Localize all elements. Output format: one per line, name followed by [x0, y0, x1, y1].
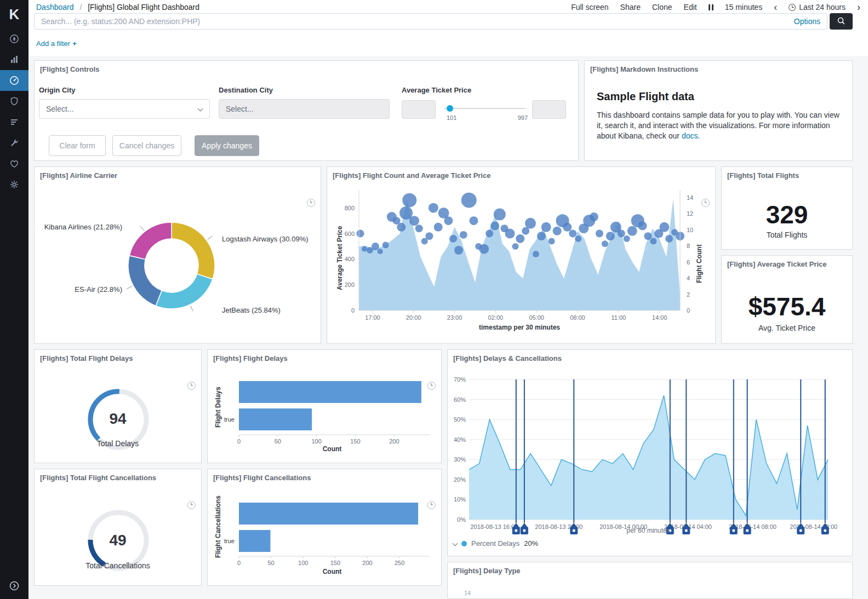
- avg-ticket-price-label: Avg. Ticket Price: [722, 324, 852, 332]
- legend-color-dot: [461, 541, 467, 546]
- clone-button[interactable]: Clone: [652, 3, 672, 11]
- total-cancellations-value: 49: [35, 532, 201, 549]
- chart-legend: Percent Delays 20%: [453, 539, 538, 548]
- x-axis-label: per 60 minutes: [566, 527, 730, 534]
- svg-text:200: 200: [345, 281, 355, 288]
- kibana-dashboard-app: K Dashboard: [0, 0, 868, 599]
- slider-handle[interactable]: [447, 105, 453, 112]
- price-min-input[interactable]: [402, 100, 436, 119]
- panel-title: [Flights] Airline Carrier: [40, 171, 117, 180]
- panel-title: [Flights] Total Flight Cancellations: [40, 474, 156, 482]
- apply-changes-button[interactable]: Apply changes: [195, 135, 259, 156]
- sidebar-item-dashboard[interactable]: [0, 70, 28, 91]
- average-ticket-price-label: Average Ticket Price: [402, 86, 471, 94]
- breadcrumb: Dashboard / [Flights] Global Flight Dash…: [36, 3, 199, 11]
- price-max-input[interactable]: [532, 100, 566, 119]
- dashboard-gauge-icon: [9, 75, 20, 86]
- sidebar-collapse-button[interactable]: [0, 575, 28, 599]
- svg-text:50%: 50%: [454, 416, 466, 423]
- panel-title: [Flights] Total Flights: [727, 171, 799, 180]
- svg-text:2018-08-13 16:00: 2018-08-13 16:00: [470, 523, 518, 530]
- x-axis-label: Count: [305, 568, 359, 575]
- slider-min-value: 101: [447, 114, 456, 121]
- time-range-picker[interactable]: Last 24 hours: [789, 3, 846, 11]
- delays-cancellations-chart[interactable]: 0%10%20%30%40%50%60%70%2018-08-13 16:002…: [448, 350, 853, 539]
- pie-label-es-air: ES-Air (22.8%): [38, 285, 122, 293]
- cancel-changes-button[interactable]: Cancel changes: [112, 135, 181, 156]
- svg-text:600: 600: [345, 231, 355, 237]
- svg-text:true: true: [224, 416, 235, 423]
- markdown-text: This dashboard contains sample data for …: [597, 111, 840, 140]
- panel-clock-icon[interactable]: [187, 501, 196, 509]
- svg-text:23:00: 23:00: [447, 314, 462, 321]
- refresh-interval[interactable]: 15 minutes: [725, 3, 762, 11]
- select-placeholder: Select...: [39, 100, 209, 118]
- origin-city-select[interactable]: Select...: [39, 99, 210, 119]
- filter-bar: Add a filter+: [36, 39, 77, 48]
- panel-title: [Flights] Total Flight Delays: [40, 354, 133, 362]
- panel-markdown-instructions: [Flights] Markdown Instructions Sample F…: [584, 60, 853, 161]
- destination-city-select[interactable]: Select...: [219, 99, 390, 119]
- sidebar-item-visualize[interactable]: [0, 49, 28, 70]
- slider-max-value: 997: [518, 114, 528, 121]
- svg-text:200: 200: [389, 438, 399, 445]
- svg-text:14: 14: [687, 194, 693, 201]
- search-button[interactable]: [830, 13, 853, 30]
- breadcrumb-dashboard-link[interactable]: Dashboard: [36, 3, 74, 11]
- svg-text:0%: 0%: [457, 516, 466, 523]
- svg-text:20%: 20%: [454, 476, 466, 483]
- time-range-label: Last 24 hours: [799, 3, 846, 11]
- panel-airline-carrier: [Flights] Airline Carrier Kibana Airline…: [34, 166, 321, 344]
- full-screen-button[interactable]: Full screen: [571, 3, 608, 11]
- svg-text:6: 6: [687, 259, 690, 266]
- panel-title: [Flights] Average Ticket Price: [727, 260, 827, 268]
- add-filter-link[interactable]: Add a filter+: [36, 39, 77, 48]
- clock-icon: [789, 4, 796, 11]
- price-range-slider[interactable]: 101 997: [442, 100, 528, 122]
- sidebar-item-timelion[interactable]: [0, 112, 28, 133]
- docs-link[interactable]: docs: [682, 131, 698, 140]
- time-back-chevron-icon[interactable]: ‹: [774, 2, 777, 12]
- time-forward-chevron-icon[interactable]: ›: [857, 2, 860, 12]
- edit-button[interactable]: Edit: [684, 3, 697, 11]
- panel-flight-delays: [Flights] Flight Delays true050100150200…: [207, 349, 442, 463]
- sidebar-item-dev-tools[interactable]: [0, 133, 28, 153]
- panel-clock-icon[interactable]: [187, 382, 196, 390]
- pie-label-logstash-airways: Logstash Airways (30.09%): [222, 235, 309, 243]
- panel-total-flight-cancellations: [Flights] Total Flight Cancellations 49 …: [34, 469, 202, 586]
- search-options-link[interactable]: Options: [794, 17, 820, 26]
- total-delays-value: 94: [35, 410, 201, 428]
- svg-text:800: 800: [345, 205, 355, 211]
- search-box: Options: [34, 13, 827, 30]
- svg-text:17:00: 17:00: [365, 314, 380, 321]
- kibana-logo[interactable]: K: [0, 0, 28, 28]
- bar-chart-icon: [9, 54, 20, 65]
- share-button[interactable]: Share: [620, 3, 641, 11]
- markdown-text-end: .: [698, 131, 700, 140]
- svg-text:150: 150: [350, 438, 360, 445]
- clear-form-button[interactable]: Clear form: [49, 135, 106, 156]
- airline-carrier-donut-chart[interactable]: [35, 182, 321, 342]
- sidebar-item-monitoring[interactable]: [0, 153, 28, 174]
- compass-icon: [9, 33, 20, 44]
- sidebar-item-discover[interactable]: [0, 28, 28, 49]
- flight-count-chart[interactable]: 02004006008000246810121417:0020:0023:000…: [327, 167, 716, 344]
- legend-collapse-chevron-icon[interactable]: [453, 541, 458, 546]
- plus-icon: +: [72, 39, 77, 48]
- panel-flight-cancellations: [Flights] Flight Cancellations true05010…: [207, 469, 442, 586]
- sidebar-item-apm[interactable]: [0, 91, 28, 112]
- panel-average-ticket-price: [Flights] Average Ticket Price $575.4 Av…: [721, 255, 853, 344]
- total-delays-label: Total Delays: [35, 439, 201, 448]
- svg-text:true: true: [224, 538, 235, 544]
- search-input[interactable]: [35, 14, 827, 29]
- sidebar-item-management[interactable]: [0, 174, 28, 195]
- svg-text:70%: 70%: [454, 376, 466, 383]
- panel-delay-type: [Flights] Delay Type 14: [447, 562, 853, 599]
- svg-text:4: 4: [687, 275, 690, 281]
- svg-text:0: 0: [237, 438, 241, 445]
- pause-refresh-button[interactable]: [709, 4, 713, 10]
- legend-series-label[interactable]: Percent Delays: [471, 539, 519, 548]
- select-placeholder: Select...: [219, 100, 389, 118]
- top-bar: Dashboard / [Flights] Global Flight Dash…: [28, 0, 868, 14]
- svg-text:30%: 30%: [454, 456, 466, 463]
